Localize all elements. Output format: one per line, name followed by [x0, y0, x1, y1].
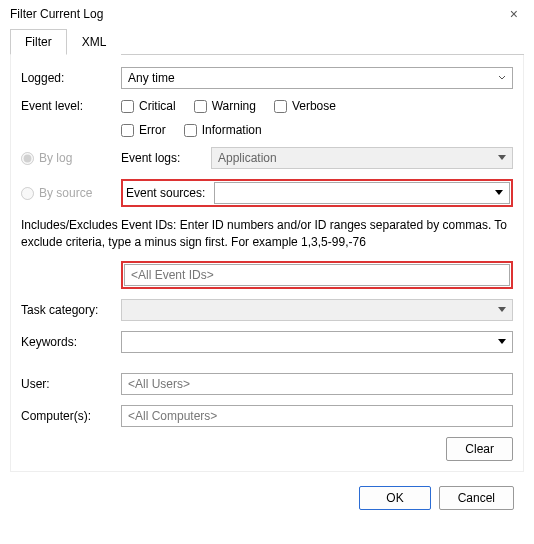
event-ids-highlight: <All Event IDs> [121, 261, 513, 289]
checkbox-error[interactable] [121, 124, 134, 137]
keywords-label: Keywords: [21, 335, 121, 349]
by-log-radio [21, 152, 34, 165]
clear-button[interactable]: Clear [446, 437, 513, 461]
chevron-down-icon [495, 190, 503, 196]
checkbox-critical[interactable] [121, 100, 134, 113]
user-label: User: [21, 377, 121, 391]
event-logs-combo: Application [211, 147, 513, 169]
event-ids-input[interactable]: <All Event IDs> [124, 264, 510, 286]
by-log-radio-row: By log [21, 151, 121, 165]
by-source-radio [21, 187, 34, 200]
event-sources-highlight: Event sources: [121, 179, 513, 207]
check-information[interactable]: Information [184, 123, 262, 137]
check-information-label: Information [202, 123, 262, 137]
cancel-button[interactable]: Cancel [439, 486, 514, 510]
ok-button[interactable]: OK [359, 486, 430, 510]
by-source-label: By source [39, 186, 92, 200]
by-source-radio-row: By source [21, 186, 121, 200]
task-category-combo [121, 299, 513, 321]
logged-select[interactable]: Any time [121, 67, 513, 89]
chevron-down-icon [498, 75, 506, 81]
tab-xml[interactable]: XML [67, 29, 122, 55]
user-value: <All Users> [128, 377, 190, 391]
filter-panel: Logged: Any time Event level: Critical W… [10, 55, 524, 472]
event-level-label: Event level: [21, 99, 121, 113]
check-critical[interactable]: Critical [121, 99, 176, 113]
keywords-combo[interactable] [121, 331, 513, 353]
checkbox-verbose[interactable] [274, 100, 287, 113]
tab-filter[interactable]: Filter [10, 29, 67, 55]
computers-value: <All Computers> [128, 409, 217, 423]
computers-input[interactable]: <All Computers> [121, 405, 513, 427]
event-logs-value: Application [218, 151, 277, 165]
checkbox-warning[interactable] [194, 100, 207, 113]
check-warning[interactable]: Warning [194, 99, 256, 113]
tab-strip: Filter XML [10, 28, 524, 55]
check-verbose-label: Verbose [292, 99, 336, 113]
chevron-down-icon [498, 307, 506, 313]
checkbox-information[interactable] [184, 124, 197, 137]
logged-value: Any time [128, 71, 175, 85]
task-category-label: Task category: [21, 303, 121, 317]
chevron-down-icon [498, 339, 506, 345]
by-log-label: By log [39, 151, 72, 165]
event-logs-label: Event logs: [121, 151, 211, 165]
event-sources-combo[interactable] [214, 182, 510, 204]
event-sources-label: Event sources: [124, 182, 214, 204]
close-icon[interactable]: × [504, 6, 524, 22]
user-input[interactable]: <All Users> [121, 373, 513, 395]
logged-label: Logged: [21, 71, 121, 85]
check-error-label: Error [139, 123, 166, 137]
dialog-title: Filter Current Log [10, 7, 103, 21]
check-critical-label: Critical [139, 99, 176, 113]
check-warning-label: Warning [212, 99, 256, 113]
event-ids-help: Includes/Excludes Event IDs: Enter ID nu… [21, 217, 513, 251]
check-error[interactable]: Error [121, 123, 166, 137]
chevron-down-icon [498, 155, 506, 161]
event-ids-value: <All Event IDs> [131, 268, 214, 282]
check-verbose[interactable]: Verbose [274, 99, 336, 113]
computers-label: Computer(s): [21, 409, 121, 423]
